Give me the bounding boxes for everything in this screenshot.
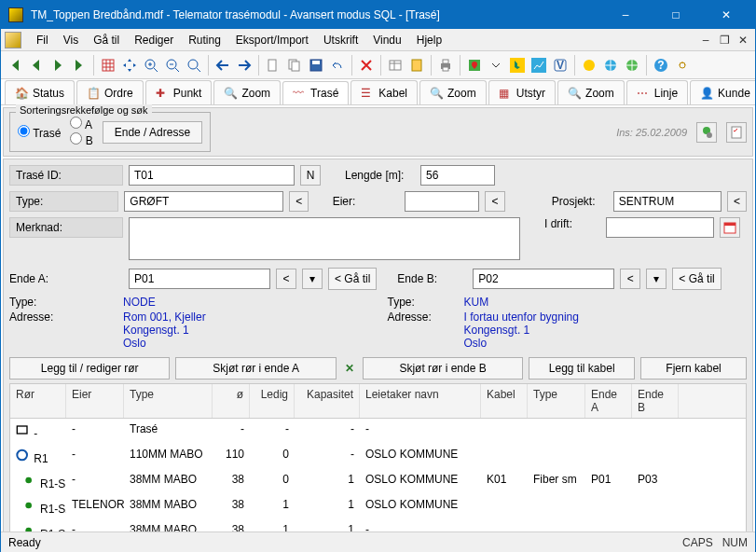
tab-trasé[interactable]: 〰Trasé xyxy=(282,81,349,105)
dropdown-icon[interactable] xyxy=(486,55,506,76)
menu-gå til[interactable]: Gå til xyxy=(86,31,127,49)
legg-til-kabel-button[interactable]: Legg til kabel xyxy=(529,357,635,380)
last-record-icon[interactable] xyxy=(69,55,89,76)
radio-a[interactable]: A xyxy=(70,117,92,131)
app-menu-icon[interactable] xyxy=(5,32,21,48)
col-type[interactable]: Type xyxy=(124,384,213,418)
menu-utskrift[interactable]: Utskrift xyxy=(316,31,365,49)
info-icon[interactable] xyxy=(579,55,599,76)
new-doc-icon[interactable] xyxy=(263,55,283,76)
col-ledig[interactable]: Ledig xyxy=(250,384,295,418)
mdi-close-icon[interactable]: ✕ xyxy=(735,33,751,48)
globe-config-icon[interactable] xyxy=(696,122,717,143)
prev-record-icon[interactable] xyxy=(26,55,47,76)
col-kabeltype[interactable]: Type xyxy=(528,384,585,418)
table-icon[interactable] xyxy=(385,55,405,76)
idrift-calendar-button[interactable] xyxy=(720,217,740,238)
merknad-input[interactable] xyxy=(129,217,520,260)
first-record-icon[interactable] xyxy=(5,55,25,76)
tab-ordre[interactable]: 📋Ordre xyxy=(76,80,144,104)
fjern-kabel-button[interactable]: Fjern kabel xyxy=(640,357,747,380)
undo-icon[interactable] xyxy=(327,55,348,76)
endeA-lookup-button[interactable]: < xyxy=(276,269,296,289)
mdi-minimize-icon[interactable]: – xyxy=(697,33,714,48)
radio-trase[interactable]: Trasé xyxy=(18,125,61,140)
prosjekt-lookup-button[interactable]: < xyxy=(727,191,747,212)
col-kabel[interactable]: Kabel xyxy=(481,384,528,418)
chart-icon[interactable] xyxy=(529,55,549,76)
tab-kabel[interactable]: ☰Kabel xyxy=(351,80,418,104)
disconnect-icon[interactable]: ✕ xyxy=(342,357,357,380)
mdi-restore-icon[interactable]: ❐ xyxy=(716,33,733,48)
col-eier[interactable]: Eier xyxy=(66,384,124,418)
tab-zoom[interactable]: 🔍Zoom xyxy=(213,80,281,104)
n-button[interactable]: N xyxy=(300,165,321,186)
skjot-ende-a-button[interactable]: Skjøt rør i ende A xyxy=(175,357,336,380)
minimize-button[interactable]: – xyxy=(604,1,647,29)
idrift-input[interactable] xyxy=(606,217,714,238)
visio-icon[interactable]: V xyxy=(550,55,570,76)
back-icon[interactable] xyxy=(213,55,233,76)
radio-b[interactable]: B xyxy=(70,132,92,147)
grid-icon[interactable] xyxy=(98,55,118,76)
forward-icon[interactable] xyxy=(234,55,254,76)
legg-til-ror-button[interactable]: Legg til / rediger rør xyxy=(9,357,170,380)
col-diameter[interactable]: ø xyxy=(213,384,250,418)
tab-linje[interactable]: ⋯Linje xyxy=(626,80,688,104)
skjot-ende-b-button[interactable]: Skjøt rør i ende B xyxy=(363,357,523,380)
help-icon[interactable]: ? xyxy=(651,55,671,76)
endeB-dropdown-button[interactable]: ▾ xyxy=(646,269,667,289)
menu-ruting[interactable]: Ruting xyxy=(181,31,228,49)
eier-lookup-button[interactable]: < xyxy=(485,191,504,212)
map-icon[interactable] xyxy=(464,55,485,76)
col-endeB[interactable]: Ende B xyxy=(632,384,679,418)
next-record-icon[interactable] xyxy=(48,55,68,76)
delete-icon[interactable] xyxy=(356,55,377,76)
table-row[interactable]: R1-110MM MABO1100-OSLO KOMMUNE xyxy=(10,444,746,469)
endeA-dropdown-button[interactable]: ▾ xyxy=(302,269,323,289)
menu-eksport/import[interactable]: Eksport/Import xyxy=(228,31,316,49)
col-ror[interactable]: Rør xyxy=(10,384,66,418)
eier-input[interactable] xyxy=(405,191,479,212)
globe2-icon[interactable] xyxy=(622,55,642,76)
col-kapasitet[interactable]: Kapasitet xyxy=(295,384,360,418)
table-row[interactable]: R1-S1-38MM MABO3801OSLO KOMMUNEK01Fiber … xyxy=(10,469,746,494)
col-leietaker[interactable]: Leietaker navn xyxy=(360,384,481,418)
table-row[interactable]: R1-S2TELENOR38MM MABO3811OSLO KOMMUNE xyxy=(10,494,746,519)
move-icon[interactable] xyxy=(119,55,140,76)
ende-adresse-button[interactable]: Ende / Adresse xyxy=(103,121,202,144)
endeA-input[interactable] xyxy=(129,269,270,289)
tab-kunde[interactable]: 👤Kunde xyxy=(690,80,755,104)
col-endeA[interactable]: Ende A xyxy=(585,384,632,418)
zoom-icon[interactable] xyxy=(184,55,204,76)
maximize-button[interactable]: □ xyxy=(654,1,697,29)
menu-vindu[interactable]: Vindu xyxy=(365,31,408,49)
tab-punkt[interactable]: ✚Punkt xyxy=(145,80,213,104)
endeB-lookup-button[interactable]: < xyxy=(620,269,640,289)
menu-vis[interactable]: Vis xyxy=(56,31,86,49)
traseid-input[interactable] xyxy=(129,165,295,186)
tab-zoom[interactable]: 🔍Zoom xyxy=(419,80,487,104)
globe-icon[interactable] xyxy=(600,55,621,76)
menu-rediger[interactable]: Rediger xyxy=(127,31,181,49)
print-icon[interactable] xyxy=(435,55,456,76)
tab-status[interactable]: 🏠Status xyxy=(5,80,75,104)
zoom-out-icon[interactable] xyxy=(162,55,183,76)
prosjekt-input[interactable] xyxy=(613,191,722,212)
menu-hjelp[interactable]: Hjelp xyxy=(409,31,449,49)
endeA-goto-button[interactable]: < Gå til xyxy=(328,268,377,290)
endeB-goto-button[interactable]: < Gå til xyxy=(672,268,721,290)
tab-zoom[interactable]: 🔍Zoom xyxy=(557,80,625,104)
tab-utstyr[interactable]: ▦Utstyr xyxy=(488,80,556,104)
bing-icon[interactable] xyxy=(507,55,528,76)
type-lookup-button[interactable]: < xyxy=(289,191,309,212)
endeB-input[interactable] xyxy=(473,269,614,289)
zoom-in-icon[interactable] xyxy=(141,55,161,76)
table-row[interactable]: --Trasé---- xyxy=(10,419,746,444)
checklist-icon[interactable] xyxy=(726,122,747,143)
type-input[interactable] xyxy=(124,191,283,212)
copy-icon[interactable] xyxy=(284,55,305,76)
lengde-input[interactable] xyxy=(420,165,495,186)
save-icon[interactable] xyxy=(306,55,326,76)
menu-fil[interactable]: Fil xyxy=(29,31,56,49)
